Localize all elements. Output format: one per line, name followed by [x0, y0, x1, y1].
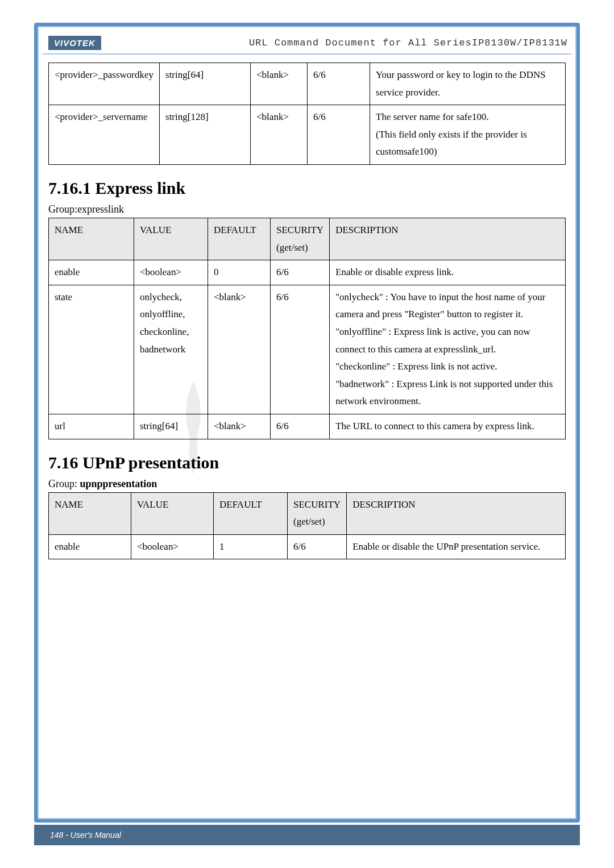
cell-description: Your password or key to login to the DDN…	[370, 63, 566, 105]
cell-value: <boolean>	[134, 260, 208, 285]
th-default: DEFAULT	[214, 492, 288, 534]
th-name: NAME	[49, 492, 131, 534]
group-label-expresslink: Group:expresslink	[48, 203, 566, 215]
group-label-upnp: Group: upnppresentation	[48, 478, 566, 490]
th-name: NAME	[49, 218, 134, 260]
table-row: <provider>_passwordkey string[64] <blank…	[49, 63, 566, 105]
table-header-row: NAME VALUE DEFAULT SECURITY (get/set) DE…	[49, 218, 566, 260]
cell-default: <blank>	[251, 63, 308, 105]
cell-name: state	[49, 285, 134, 414]
cell-security: 6/6	[271, 260, 330, 285]
cell-security: 6/6	[271, 285, 330, 414]
cell-default: 1	[214, 534, 288, 559]
table-upnp: NAME VALUE DEFAULT SECURITY (get/set) DE…	[48, 492, 566, 560]
table-row: enable <boolean> 0 6/6 Enable or disable…	[49, 260, 566, 285]
cell-security: 6/6	[288, 534, 347, 559]
table-row: enable <boolean> 1 6/6 Enable or disable…	[49, 534, 566, 559]
cell-value: string[128]	[160, 105, 251, 165]
cell-default: <blank>	[208, 414, 271, 439]
cell-value: string[64]	[160, 63, 251, 105]
cell-default: 0	[208, 260, 271, 285]
cell-name: <provider>_passwordkey	[49, 63, 160, 105]
page-content: <provider>_passwordkey string[64] <blank…	[48, 63, 566, 811]
cell-security: 6/6	[308, 105, 370, 165]
cell-name: enable	[49, 534, 131, 559]
cell-name: url	[49, 414, 134, 439]
group-prefix: Group:	[48, 478, 80, 489]
cell-value: string[64]	[134, 414, 208, 439]
cell-security: 6/6	[308, 63, 370, 105]
th-value: VALUE	[131, 492, 214, 534]
cell-description: Enable or disable express link.	[330, 260, 566, 285]
th-value: VALUE	[134, 218, 208, 260]
th-default: DEFAULT	[208, 218, 271, 260]
cell-description: Enable or disable the UPnP presentation …	[347, 534, 566, 559]
group-name-bold: upnppresentation	[80, 478, 157, 489]
cell-name: enable	[49, 260, 134, 285]
cell-description: "onlycheck" : You have to input the host…	[330, 285, 566, 414]
cell-value: <boolean>	[131, 534, 214, 559]
page-footer: 148 - User's Manual	[34, 825, 580, 845]
table-header-row: NAME VALUE DEFAULT SECURITY (get/set) DE…	[49, 492, 566, 534]
cell-value: onlycheck, onlyoffline, checkonline, bad…	[134, 285, 208, 414]
th-description: DESCRIPTION	[330, 218, 566, 260]
table-expresslink: NAME VALUE DEFAULT SECURITY (get/set) DE…	[48, 218, 566, 439]
table-row: url string[64] <blank> 6/6 The URL to co…	[49, 414, 566, 439]
th-security: SECURITY (get/set)	[288, 492, 347, 534]
table-row: state onlycheck, onlyoffline, checkonlin…	[49, 285, 566, 414]
heading-express-link: 7.16.1 Express link	[48, 178, 566, 198]
th-security: SECURITY (get/set)	[271, 218, 330, 260]
cell-description: The URL to connect to this camera by exp…	[330, 414, 566, 439]
cell-name: <provider>_servername	[49, 105, 160, 165]
table-row: <provider>_servername string[128] <blank…	[49, 105, 566, 165]
page-header: VIVOTEK URL Command Document for All Ser…	[40, 28, 574, 57]
document-title: URL Command Document for All SeriesIP813…	[249, 38, 567, 48]
footer-page-number: 148 - User's Manual	[50, 830, 121, 840]
cell-security: 6/6	[271, 414, 330, 439]
cell-description: The server name for safe100. (This field…	[370, 105, 566, 165]
brand-logo: VIVOTEK	[48, 36, 101, 50]
table-ddns-continuation: <provider>_passwordkey string[64] <blank…	[48, 63, 566, 165]
cell-default: <blank>	[208, 285, 271, 414]
heading-upnp-presentation: 7.16 UPnP presentation	[48, 453, 566, 472]
header-divider	[43, 53, 571, 55]
cell-default: <blank>	[251, 105, 308, 165]
th-description: DESCRIPTION	[347, 492, 566, 534]
